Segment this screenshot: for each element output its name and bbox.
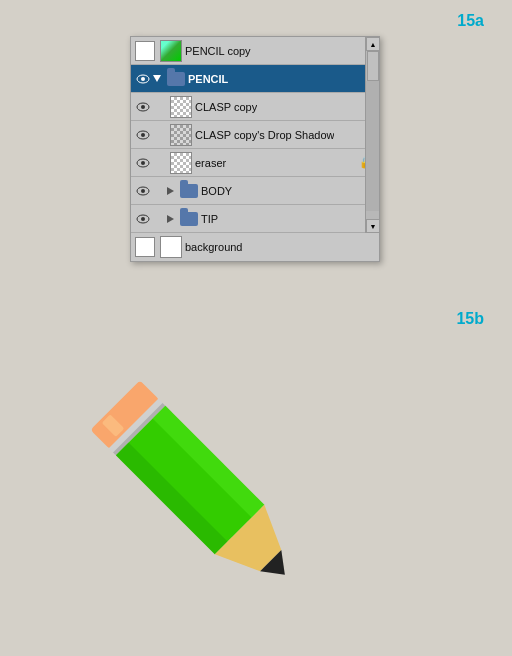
layer-row-clasp-copy[interactable]: CLASP copy xyxy=(131,93,379,121)
visibility-checkbox[interactable] xyxy=(135,237,155,257)
eye-icon[interactable] xyxy=(133,97,153,117)
folder-icon xyxy=(167,72,185,86)
eye-icon[interactable] xyxy=(133,181,153,201)
layer-name: background xyxy=(185,241,243,253)
layers-panel: PENCIL copy PENCIL ▲ ▼ xyxy=(130,36,380,262)
layer-row-body[interactable]: BODY xyxy=(131,177,379,205)
eye-icon[interactable] xyxy=(133,209,153,229)
scroll-down-button[interactable]: ▼ xyxy=(366,219,380,233)
layer-name: PENCIL copy xyxy=(185,45,251,57)
layer-name: eraser xyxy=(195,157,226,169)
svg-point-11 xyxy=(141,217,145,221)
svg-point-7 xyxy=(141,161,145,165)
layer-thumbnail xyxy=(160,40,182,62)
svg-point-3 xyxy=(141,105,145,109)
svg-point-5 xyxy=(141,133,145,137)
layer-row-background[interactable]: background xyxy=(131,233,379,261)
expand-triangle[interactable] xyxy=(167,187,174,195)
section-label-15a: 15a xyxy=(457,12,484,30)
collapse-triangle[interactable] xyxy=(153,75,161,82)
layer-row-clasp-drop-shadow[interactable]: CLASP copy's Drop Shadow xyxy=(131,121,379,149)
layer-name: BODY xyxy=(201,185,232,197)
scroll-thumb[interactable] xyxy=(367,51,379,81)
layer-thumbnail xyxy=(170,96,192,118)
folder-icon xyxy=(180,212,198,226)
section-label-15b: 15b xyxy=(456,310,484,328)
layer-row-eraser[interactable]: eraser 🔒 xyxy=(131,149,379,177)
layer-thumbnail xyxy=(170,124,192,146)
layer-row-pencil-group[interactable]: PENCIL ▲ ▼ xyxy=(131,65,379,93)
layer-thumbnail xyxy=(170,152,192,174)
layers-panel-inner: PENCIL copy PENCIL ▲ ▼ xyxy=(131,37,379,261)
folder-icon xyxy=(180,184,198,198)
expand-triangle[interactable] xyxy=(167,215,174,223)
layer-name: PENCIL xyxy=(188,73,228,85)
layer-row[interactable]: PENCIL copy xyxy=(131,37,379,65)
scroll-up-button[interactable]: ▲ xyxy=(366,37,380,51)
eye-icon[interactable] xyxy=(133,69,153,89)
scrollbar[interactable]: ▲ ▼ xyxy=(365,37,379,233)
visibility-checkbox[interactable] xyxy=(135,41,155,61)
layer-row-tip[interactable]: TIP xyxy=(131,205,379,233)
svg-point-9 xyxy=(141,189,145,193)
eye-icon[interactable] xyxy=(133,153,153,173)
pencil-illustration xyxy=(60,360,340,620)
layer-name: CLASP copy's Drop Shadow xyxy=(195,129,334,141)
svg-point-1 xyxy=(141,77,145,81)
layer-name: TIP xyxy=(201,213,218,225)
layer-name: CLASP copy xyxy=(195,101,257,113)
eye-icon[interactable] xyxy=(133,125,153,145)
layer-thumbnail xyxy=(160,236,182,258)
